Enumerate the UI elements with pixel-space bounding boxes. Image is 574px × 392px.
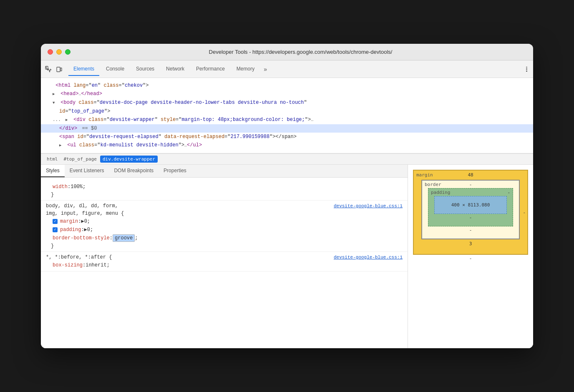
css-prop-line: margin:▶ 0;	[46, 217, 403, 226]
dom-line[interactable]: id="top_of_page">	[41, 107, 533, 116]
tab-performance[interactable]: Performance	[191, 63, 230, 76]
tab-dom-breakpoints[interactable]: DOM Breakpoints	[109, 165, 159, 177]
css-checkbox-margin[interactable]	[53, 219, 58, 224]
margin-bottom-value: 3	[469, 241, 472, 246]
border-box: border - padding - 400 × 8113.080	[421, 180, 520, 239]
menu-dot-2	[526, 68, 527, 70]
css-rule-header: body, div, dl, dd, form, img, input, fig…	[46, 202, 403, 217]
css-prop-line: border-bottom-style: groove;	[46, 234, 403, 242]
breadcrumb-devsite-wrapper[interactable]: div.devsite-wrapper	[100, 156, 158, 163]
menu-dot-3	[526, 70, 527, 72]
tab-styles[interactable]: Styles	[41, 165, 65, 177]
padding-label: padding	[431, 190, 450, 195]
css-prop-line: box-sizing: inherit;	[46, 261, 403, 269]
styles-tabs: Styles Event Listeners DOM Breakpoints P…	[41, 165, 408, 178]
toolbar-icons	[44, 65, 63, 73]
dom-line[interactable]: <body class="devsite-doc-page devsite-he…	[41, 98, 533, 107]
tab-event-listeners[interactable]: Event Listeners	[65, 165, 109, 177]
padding-bottom-value: -	[434, 214, 507, 220]
inspect-icon[interactable]	[44, 65, 53, 73]
dom-line[interactable]: <ul class="kd-menulist devsite-hidden">……	[41, 141, 533, 150]
css-file-link[interactable]: devsite-google-blue.css:1	[334, 254, 403, 261]
styles-panel: Styles Event Listeners DOM Breakpoints P…	[41, 165, 408, 348]
devtools-body: Elements Console Sources Network Perform…	[41, 60, 533, 348]
css-checkbox-padding[interactable]	[53, 227, 58, 232]
lower-panel: Styles Event Listeners DOM Breakpoints P…	[41, 165, 533, 348]
svg-rect-2	[60, 68, 62, 71]
css-brace: }	[46, 242, 403, 250]
devtools-toolbar: Elements Console Sources Network Perform…	[41, 60, 533, 78]
tab-elements[interactable]: Elements	[68, 63, 99, 76]
dom-tree: <html lang="en" class="chekov"> <head>…<…	[41, 78, 533, 153]
minimize-button[interactable]	[56, 49, 62, 55]
devtools-menu-button[interactable]	[523, 66, 530, 73]
window-title: Developer Tools - https://developers.goo…	[75, 49, 526, 55]
triangle-icon[interactable]	[59, 142, 64, 149]
css-rule: body, div, dl, dd, form, img, input, fig…	[41, 201, 408, 252]
margin-top-value: 48	[468, 172, 473, 178]
margin-box: margin 48 - - border -	[413, 170, 528, 255]
box-model-diagram: margin 48 - - border -	[413, 170, 528, 262]
titlebar: Developer Tools - https://developers.goo…	[41, 44, 533, 60]
below-box-value: -	[413, 255, 528, 262]
more-tabs-button[interactable]: »	[261, 63, 269, 76]
margin-label: margin	[416, 172, 433, 178]
tab-network[interactable]: Network	[161, 63, 189, 76]
border-top-value: -	[469, 182, 472, 187]
css-rule: width: 100%; }	[41, 181, 408, 201]
css-rule: *, *:before, *:after { devsite-google-bl…	[41, 252, 408, 271]
triangle-icon[interactable]	[65, 116, 70, 124]
svg-rect-1	[57, 67, 60, 72]
border-bottom-value: -	[428, 226, 513, 233]
margin-bottom-row: 3	[421, 239, 520, 246]
margin-right-value: -	[523, 210, 526, 215]
padding-box: padding - 400 × 8113.080 -	[428, 188, 513, 226]
traffic-lights	[48, 49, 70, 55]
css-rule-header: *, *:before, *:after { devsite-google-bl…	[46, 254, 403, 261]
tab-properties[interactable]: Properties	[159, 165, 191, 177]
css-brace: }	[46, 191, 403, 199]
breadcrumb-top-of-page[interactable]: #top_of_page	[61, 156, 99, 163]
triangle-icon[interactable]	[53, 99, 58, 107]
dom-line[interactable]: <html lang="en" class="chekov">	[41, 81, 533, 90]
css-selector: body, div, dl, dd, form,	[46, 202, 124, 210]
maximize-button[interactable]	[65, 49, 70, 55]
padding-right-value: -	[507, 190, 510, 195]
css-file-link[interactable]: devsite-google-blue.css:1	[334, 202, 403, 210]
tab-console[interactable]: Console	[101, 63, 129, 76]
content-box: 400 × 8113.080	[434, 196, 507, 214]
dom-line[interactable]: <head>…</head>	[41, 90, 533, 98]
dom-line-selected[interactable]: </div> == $0	[41, 124, 533, 133]
css-highlighted-value: groove	[113, 234, 135, 242]
menu-dot-1	[526, 67, 527, 68]
css-selector2: img, input, figure, menu {	[46, 210, 124, 217]
tab-sources[interactable]: Sources	[131, 63, 159, 76]
close-button[interactable]	[48, 49, 53, 55]
triangle-icon[interactable]	[53, 90, 58, 98]
device-icon[interactable]	[55, 65, 63, 73]
border-label: border	[425, 182, 441, 187]
css-prop-line: padding:▶ 0;	[46, 226, 403, 234]
css-selector: *, *:before, *:after {	[46, 254, 112, 261]
devtools-window: Developer Tools - https://developers.goo…	[41, 44, 533, 348]
css-prop-line: width: 100%;	[46, 183, 403, 191]
dom-line[interactable]: ... <div class="devsite-wrapper" style="…	[41, 116, 533, 124]
breadcrumb-html[interactable]: html	[44, 156, 60, 163]
dom-line[interactable]: <span id="devsite-request-elapsed" data-…	[41, 133, 533, 141]
content-size: 400 × 8113.080	[451, 202, 490, 208]
box-model-panel: margin 48 - - border -	[408, 165, 533, 348]
elements-panel: <html lang="en" class="chekov"> <head>…<…	[41, 78, 533, 348]
styles-content: width: 100%; } body, div, dl, dd, form, …	[41, 178, 408, 348]
breadcrumb: html #top_of_page div.devsite-wrapper	[41, 153, 533, 165]
tab-memory[interactable]: Memory	[232, 63, 259, 76]
